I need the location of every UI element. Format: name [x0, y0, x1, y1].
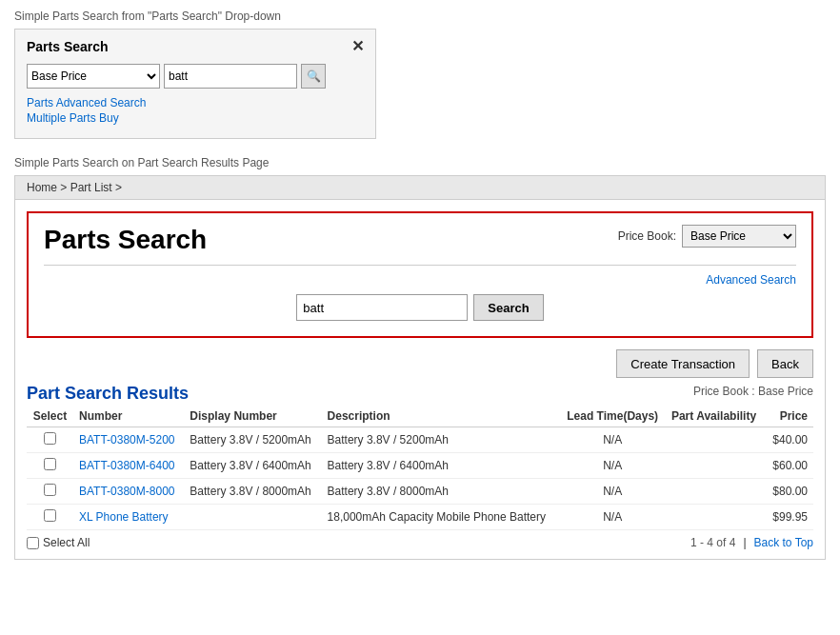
- table-row: XL Phone Battery 18,000mAh Capacity Mobi…: [27, 505, 813, 530]
- part-number-link[interactable]: BATT-0380M-6400: [79, 459, 175, 472]
- create-transaction-button[interactable]: Create Transaction: [616, 349, 750, 378]
- row-checkbox[interactable]: [44, 509, 56, 522]
- table-row: BATT-0380M-8000 Battery 3.8V / 8000mAh B…: [27, 479, 813, 505]
- dropdown-title: Parts Search: [27, 39, 109, 54]
- results-table: Select Number Display Number Description…: [27, 406, 813, 530]
- dropdown-search-icon-button[interactable]: 🔍: [301, 64, 326, 89]
- price-book-label: Price Book:: [618, 229, 676, 243]
- back-to-top-link[interactable]: Back to Top: [754, 536, 813, 549]
- display-number: Battery 3.8V / 5200mAh: [184, 427, 321, 453]
- lead-time: N/A: [559, 505, 666, 530]
- row-checkbox[interactable]: [44, 484, 56, 496]
- main-search-input[interactable]: [296, 294, 468, 321]
- table-row: BATT-0380M-6400 Battery 3.8V / 6400mAh B…: [27, 453, 813, 479]
- row-checkbox[interactable]: [44, 458, 56, 470]
- price: $40.00: [766, 427, 813, 453]
- pagination-info: 1 - 4 of 4: [690, 536, 735, 549]
- col-select: Select: [27, 406, 73, 427]
- main-search-title: Parts Search: [44, 225, 207, 255]
- section1-label: Simple Parts Search from "Parts Search" …: [14, 10, 826, 23]
- advanced-search-link[interactable]: Advanced Search: [44, 273, 796, 287]
- col-price: Price: [766, 406, 813, 427]
- action-buttons-row: Create Transaction Back: [27, 349, 813, 378]
- close-button[interactable]: ✕: [351, 39, 364, 54]
- price: $60.00: [766, 453, 813, 479]
- description: 18,000mAh Capacity Mobile Phone Battery: [322, 505, 560, 530]
- price: $80.00: [766, 479, 813, 505]
- part-number-link[interactable]: BATT-0380M-8000: [79, 485, 175, 498]
- price-book-note: Price Book : Base Price: [693, 385, 813, 398]
- display-number: Battery 3.8V / 6400mAh: [184, 453, 321, 479]
- lead-time: N/A: [559, 479, 666, 505]
- part-availability: [666, 479, 766, 505]
- parts-advanced-search-link[interactable]: Parts Advanced Search: [27, 96, 364, 109]
- lead-time: N/A: [559, 427, 666, 453]
- dropdown-search-input[interactable]: [164, 64, 297, 89]
- col-description: Description: [322, 406, 560, 427]
- filter-select[interactable]: Base Price Part Number Description: [27, 64, 160, 89]
- pagination-separator: |: [743, 536, 746, 549]
- part-number-link[interactable]: BATT-0380M-5200: [79, 433, 175, 446]
- part-number-link[interactable]: XL Phone Battery: [79, 510, 169, 524]
- col-number: Number: [73, 406, 184, 427]
- results-section: Part Search Results Price Book : Base Pr…: [15, 384, 825, 549]
- description: Battery 3.8V / 5200mAh: [322, 427, 560, 453]
- results-title: Part Search Results: [27, 384, 189, 404]
- price-book-select[interactable]: Base Price Wholesale Retail: [682, 225, 796, 248]
- part-availability: [666, 453, 766, 479]
- col-display-number: Display Number: [184, 406, 321, 427]
- parts-results-container: Home > Part List > Parts Search Price Bo…: [14, 175, 826, 560]
- search-icon: 🔍: [307, 69, 321, 83]
- parts-search-links: Parts Advanced Search Multiple Parts Buy: [27, 96, 364, 125]
- part-availability: [666, 505, 766, 530]
- results-footer: Select All 1 - 4 of 4 | Back to Top: [27, 536, 813, 549]
- col-lead-time: Lead Time(Days): [559, 406, 666, 427]
- multiple-parts-buy-link[interactable]: Multiple Parts Buy: [27, 111, 364, 125]
- back-button[interactable]: Back: [757, 349, 813, 378]
- search-button[interactable]: Search: [473, 294, 543, 321]
- part-availability: [666, 427, 766, 453]
- col-part-availability: Part Availability: [666, 406, 766, 427]
- display-number: [184, 505, 321, 530]
- display-number: Battery 3.8V / 8000mAh: [184, 479, 321, 505]
- breadcrumb: Home > Part List >: [15, 176, 825, 200]
- description: Battery 3.8V / 8000mAh: [322, 479, 560, 505]
- lead-time: N/A: [559, 453, 666, 479]
- parts-search-dropdown: Parts Search ✕ Base Price Part Number De…: [14, 29, 376, 139]
- price: $99.95: [766, 505, 813, 530]
- select-all-checkbox[interactable]: [27, 537, 39, 549]
- description: Battery 3.8V / 6400mAh: [322, 453, 560, 479]
- row-checkbox[interactable]: [44, 432, 56, 445]
- select-all-label: Select All: [43, 536, 90, 549]
- main-search-area: Parts Search Price Book: Base Price Whol…: [27, 211, 813, 338]
- table-row: BATT-0380M-5200 Battery 3.8V / 5200mAh B…: [27, 427, 813, 453]
- section2-label: Simple Parts Search on Part Search Resul…: [14, 156, 826, 169]
